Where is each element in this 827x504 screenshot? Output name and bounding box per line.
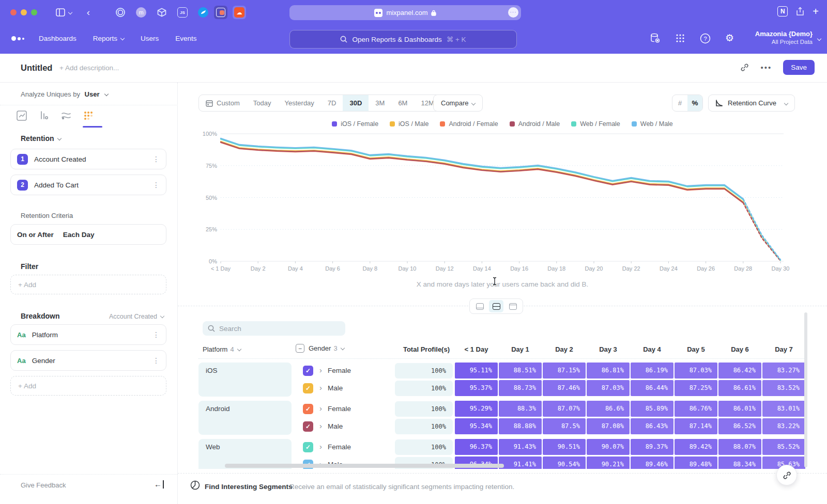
address-bar[interactable]: mixpanel.com ···: [289, 5, 521, 20]
retention-value-cell[interactable]: 88.34%: [718, 456, 761, 469]
retention-value-cell[interactable]: 86.19%: [631, 363, 673, 379]
table-search-input[interactable]: Search: [203, 321, 345, 336]
retention-value-cell[interactable]: 95.34%: [455, 418, 498, 434]
retention-value-cell[interactable]: 88.07%: [718, 439, 761, 455]
select-all-checkbox[interactable]: −: [296, 344, 304, 353]
retention-value-cell[interactable]: 83.01%: [762, 401, 805, 417]
retention-value-cell[interactable]: 87.03%: [675, 363, 717, 379]
retention-value-cell[interactable]: 89.42%: [675, 439, 717, 455]
kebab-menu-icon[interactable]: ⋮: [152, 155, 160, 163]
retention-value-cell[interactable]: 90.51%: [543, 439, 586, 455]
minimize-window-button[interactable]: [21, 9, 27, 15]
day-column-header[interactable]: Day 5: [675, 345, 717, 353]
collapse-sidebar-icon[interactable]: ←: [154, 480, 164, 489]
bird-extension-icon[interactable]: [197, 7, 209, 18]
retention-value-cell[interactable]: 87.5%: [543, 418, 586, 434]
retention-value-cell[interactable]: 83.52%: [762, 380, 805, 396]
report-description-placeholder[interactable]: + Add description...: [59, 64, 119, 72]
layout-split-button[interactable]: [489, 300, 503, 312]
expand-chevron-icon[interactable]: ›: [319, 404, 322, 413]
retention-value-cell[interactable]: 86.43%: [631, 418, 673, 434]
gender-column-header[interactable]: − Gender3: [296, 344, 344, 353]
cube-extension-icon[interactable]: [156, 7, 167, 18]
retention-value-cell[interactable]: 88.3%: [499, 401, 542, 417]
expand-chevron-icon[interactable]: ›: [319, 421, 322, 430]
range-custom[interactable]: Custom: [199, 95, 247, 111]
retention-line-chart[interactable]: 0%25%50%75%100%< 1 DayDay 2Day 4Day 6Day…: [178, 130, 804, 278]
vertical-scrollbar[interactable]: [804, 312, 807, 467]
segments-title[interactable]: Find Interesting Segments: [205, 483, 293, 491]
retention-value-cell[interactable]: 87.03%: [587, 380, 630, 396]
retention-value-cell[interactable]: 87.07%: [543, 401, 586, 417]
retention-value-cell[interactable]: 85.52%: [762, 439, 805, 455]
tab-insights[interactable]: [16, 109, 28, 122]
retention-value-cell[interactable]: 90.54%: [543, 456, 586, 469]
add-filter-button[interactable]: + Add: [10, 275, 166, 294]
row-checkbox[interactable]: ✓: [303, 442, 313, 452]
zoom-window-button[interactable]: [31, 9, 37, 15]
step-card-added-to-cart[interactable]: 2 Added To Cart ⋮: [10, 175, 166, 195]
chevron-down-icon[interactable]: [67, 7, 73, 18]
retention-value-cell[interactable]: 88.88%: [499, 418, 542, 434]
expand-chevron-icon[interactable]: ›: [319, 366, 322, 374]
legend-item[interactable]: Web / Male: [632, 120, 673, 128]
pomodoro-extension-icon[interactable]: [214, 6, 227, 19]
js-extension-icon[interactable]: JS: [177, 7, 188, 18]
day-column-header[interactable]: < 1 Day: [455, 345, 498, 353]
row-checkbox[interactable]: ✓: [303, 404, 313, 414]
retention-value-cell[interactable]: 87.25%: [675, 380, 717, 396]
criteria-interval[interactable]: Each Day: [63, 231, 95, 239]
notion-icon[interactable]: N: [777, 6, 788, 17]
retention-value-cell[interactable]: 86.44%: [631, 380, 673, 396]
retention-value-cell[interactable]: 91.43%: [499, 439, 542, 455]
retention-value-cell[interactable]: 86.81%: [587, 363, 630, 379]
report-title[interactable]: Untitled: [21, 63, 52, 73]
back-icon[interactable]: ‹: [83, 7, 94, 18]
total-profiles-header[interactable]: Total Profile(s): [395, 345, 453, 353]
row-checkbox[interactable]: ✓: [303, 421, 313, 432]
retention-value-cell[interactable]: 96.37%: [455, 439, 498, 455]
retention-value-cell[interactable]: 86.42%: [718, 363, 761, 379]
share-icon[interactable]: [796, 7, 804, 16]
floating-copy-link-button[interactable]: [776, 465, 797, 485]
nav-item-events[interactable]: Events: [175, 35, 196, 42]
retention-value-cell[interactable]: 95.37%: [455, 380, 498, 396]
legend-item[interactable]: iOS / Female: [332, 120, 378, 128]
retention-value-cell[interactable]: 83.27%: [762, 363, 805, 379]
row-checkbox[interactable]: ✓: [303, 366, 313, 376]
legend-item[interactable]: Android / Female: [440, 120, 498, 128]
retention-value-cell[interactable]: 90.21%: [587, 456, 630, 469]
retention-value-cell[interactable]: 85.89%: [631, 401, 673, 417]
nav-item-users[interactable]: Users: [141, 35, 159, 42]
row-checkbox[interactable]: ✓: [303, 383, 313, 393]
close-window-button[interactable]: [10, 9, 17, 15]
new-tab-icon[interactable]: +: [813, 7, 819, 15]
give-feedback-link[interactable]: Give Feedback: [21, 481, 66, 489]
retention-value-cell[interactable]: 86.52%: [718, 418, 761, 434]
day-column-header[interactable]: Day 6: [718, 345, 761, 353]
expand-chevron-icon[interactable]: ›: [319, 383, 322, 392]
retention-value-cell[interactable]: 89.37%: [631, 439, 673, 455]
tab-funnels[interactable]: [38, 109, 50, 122]
analyze-value-dropdown[interactable]: User: [85, 90, 100, 98]
kebab-menu-icon[interactable]: ⋮: [152, 356, 160, 365]
cloud-extension-icon[interactable]: ☁: [233, 6, 246, 19]
expand-chevron-icon[interactable]: ›: [319, 442, 322, 451]
kebab-menu-icon[interactable]: ⋮: [152, 181, 160, 189]
retention-value-cell[interactable]: 87.08%: [587, 418, 630, 434]
retention-value-cell[interactable]: 90.07%: [587, 439, 630, 455]
tab-retention[interactable]: [82, 109, 95, 122]
retention-value-cell[interactable]: 95.29%: [455, 401, 498, 417]
sidebar-toggle-icon[interactable]: [55, 7, 66, 18]
data-management-icon[interactable]: [649, 33, 661, 44]
range-today[interactable]: Today: [247, 95, 278, 111]
m-extension-icon[interactable]: m: [135, 7, 147, 18]
mixpanel-logo[interactable]: [11, 36, 24, 41]
tab-flows[interactable]: [60, 109, 72, 122]
global-search-input[interactable]: Open Reports & Dashboards ⌘ + K: [289, 30, 517, 49]
view-type-dropdown[interactable]: Retention Curve: [708, 94, 795, 112]
nav-item-dashboards[interactable]: Dashboards: [39, 35, 76, 42]
copy-link-icon[interactable]: [740, 63, 749, 72]
retention-value-cell[interactable]: 89.48%: [675, 456, 717, 469]
day-column-header[interactable]: Day 4: [631, 345, 673, 353]
